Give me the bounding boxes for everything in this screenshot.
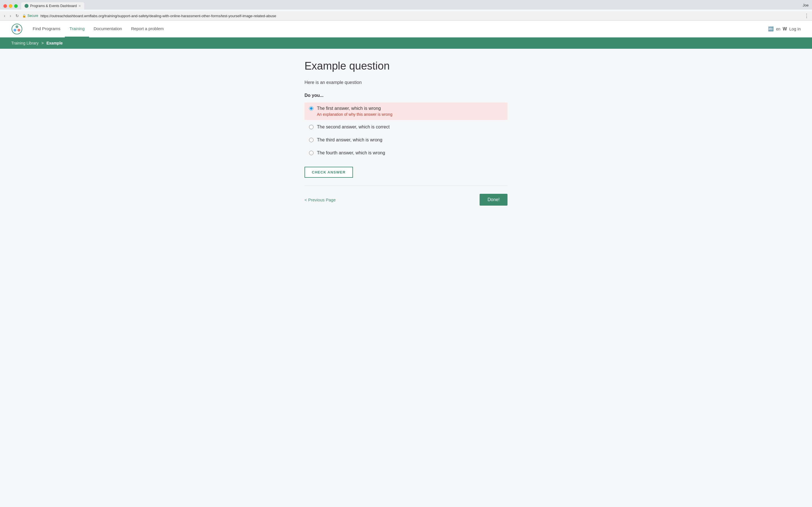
prev-page-link[interactable]: < Previous Page [305, 198, 336, 202]
question-description: Here is an example question [305, 80, 507, 85]
question-prompt: Do you... [305, 93, 507, 98]
wikipedia-icon: W [783, 26, 787, 32]
nav-training[interactable]: Training [65, 20, 89, 38]
app-logo [11, 23, 22, 35]
answer-text-1: The first answer, which is wrong [317, 106, 381, 111]
svg-point-1 [15, 25, 18, 28]
tab-close-icon[interactable]: ✕ [79, 4, 81, 8]
radio-answer-4[interactable] [309, 151, 313, 155]
answer-text-4: The fourth answer, which is wrong [317, 151, 385, 156]
svg-point-3 [17, 29, 20, 32]
maximize-button[interactable] [14, 4, 18, 8]
question-title: Example question [305, 60, 507, 72]
browser-menu-button[interactable]: ⋮ [804, 13, 809, 19]
radio-answer-3[interactable] [309, 138, 313, 142]
breadcrumb-library[interactable]: Training Library [11, 41, 39, 45]
address-bar: ‹ › ↻ 🔒 Secure https://outreachdashboard… [0, 11, 812, 20]
svg-point-2 [13, 29, 16, 32]
radio-answer-2[interactable] [309, 125, 313, 129]
forward-button[interactable]: › [9, 12, 12, 19]
answer-explanation-1: An explanation of why this answer is wro… [317, 112, 503, 117]
tab-title: Programs & Events Dashboard [30, 4, 77, 8]
url-display[interactable]: https://outreachdashboard.wmflabs.org/tr… [40, 14, 276, 18]
secure-badge: 🔒 Secure [22, 14, 38, 18]
minimize-button[interactable] [9, 4, 12, 8]
tab-favicon [24, 4, 29, 8]
back-button[interactable]: ‹ [3, 12, 6, 19]
answer-option-4[interactable]: The fourth answer, which is wrong [305, 147, 507, 159]
breadcrumb-current: Example [47, 41, 63, 45]
answer-text-2: The second answer, which is correct [317, 124, 390, 129]
answer-option-2[interactable]: The second answer, which is correct [305, 121, 507, 133]
radio-answer-1[interactable] [309, 106, 313, 111]
reload-button[interactable]: ↻ [14, 12, 20, 19]
secure-label: Secure [28, 14, 38, 18]
answer-option-3[interactable]: The third answer, which is wrong [305, 134, 507, 146]
login-link[interactable]: Log in [789, 26, 801, 31]
main-content: Example question Here is an example ques… [299, 49, 513, 223]
nav-footer: < Previous Page Done! [305, 194, 507, 206]
close-button[interactable] [3, 4, 7, 8]
header-right: 🔤 en W Log in [768, 26, 801, 32]
main-nav: Find Programs Training Documentation Rep… [28, 20, 768, 38]
breadcrumb-separator: > [42, 41, 44, 45]
browser-tab[interactable]: Programs & Events Dashboard ✕ [21, 2, 84, 10]
answer-text-3: The third answer, which is wrong [317, 137, 382, 143]
answer-options: The first answer, which is wrongAn expla… [305, 103, 507, 159]
check-answer-button[interactable]: CHECK ANSWER [305, 167, 353, 178]
translate-icon[interactable]: 🔤 [768, 26, 774, 32]
language-label[interactable]: en [776, 27, 780, 31]
nav-report-problem[interactable]: Report a problem [126, 20, 168, 38]
answer-option-1[interactable]: The first answer, which is wrongAn expla… [305, 103, 507, 120]
app-header: Find Programs Training Documentation Rep… [0, 20, 812, 38]
lock-icon: 🔒 [22, 14, 26, 18]
nav-documentation[interactable]: Documentation [89, 20, 126, 38]
browser-user: Joe [803, 3, 809, 9]
nav-find-programs[interactable]: Find Programs [28, 20, 65, 38]
breadcrumb-bar: Training Library > Example [0, 38, 812, 49]
done-button[interactable]: Done! [479, 194, 507, 206]
